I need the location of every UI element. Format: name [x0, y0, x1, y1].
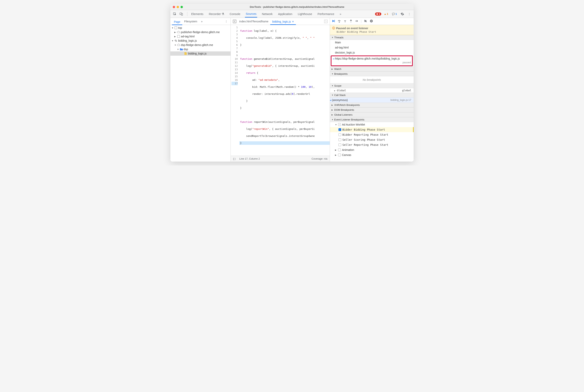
inspect-element-icon[interactable]: [172, 11, 177, 17]
nav-menu-icon[interactable]: ⋮: [223, 19, 229, 24]
section-threads[interactable]: ▼Threads: [330, 35, 414, 40]
editor-statusbar: { } Line 17, Column 2 Coverage: n/a: [231, 156, 330, 162]
folder-icon: [180, 48, 183, 51]
tree-adtag[interactable]: ▶ad-tag.html: [170, 34, 230, 38]
tab-sources[interactable]: Sources: [245, 10, 257, 18]
svg-point-11: [355, 21, 356, 22]
thread-highlighted[interactable]: ➔https://dsp-fledge-demo.glitch.me/dsp/b…: [331, 56, 413, 66]
cursor-position: Line 17, Column 2: [239, 157, 260, 160]
error-badge[interactable]: ⊗1: [375, 12, 381, 16]
nav-more-icon[interactable]: »: [199, 19, 205, 24]
evbp-canvas[interactable]: ▶Canvas: [330, 152, 414, 158]
tab-history-forward-icon[interactable]: [323, 19, 329, 24]
tab-lighthouse[interactable]: Lighthouse: [297, 10, 313, 17]
minimize-window-button[interactable]: [177, 6, 179, 8]
section-dom[interactable]: ▶DOM Breakpoints: [330, 108, 414, 112]
more-menu-icon[interactable]: ⋮: [407, 11, 412, 17]
checkbox-icon[interactable]: [339, 138, 341, 141]
current-arrow-icon: ➔: [330, 99, 331, 102]
tree-top[interactable]: ▼top: [170, 26, 230, 30]
nav-tab-page[interactable]: Page: [172, 19, 182, 25]
warning-badge[interactable]: ▲1: [383, 12, 390, 16]
svg-rect-7: [334, 20, 335, 22]
step-icon[interactable]: [355, 20, 358, 23]
gear-icon: [174, 39, 177, 42]
section-scope[interactable]: ▼Scope: [330, 83, 414, 88]
svg-rect-14: [372, 20, 372, 22]
tab-performance[interactable]: Performance: [317, 10, 335, 17]
js-file-icon: [184, 52, 187, 55]
tree-dsp-folder[interactable]: ▼dsp: [170, 47, 230, 52]
editor-tabs: index.html?fencedframe bidding_logic.js✕: [231, 18, 330, 25]
evbp-bidder-reporting[interactable]: Bidder Reporting Phase Start: [330, 132, 414, 137]
editor-tab-bidding[interactable]: bidding_logic.js✕: [270, 19, 296, 25]
evbp-seller-reporting[interactable]: Seller Reporting Phase Start: [330, 142, 414, 147]
svg-point-12: [370, 20, 373, 22]
resume-icon[interactable]: [332, 20, 335, 23]
section-callstack[interactable]: ▼Call Stack: [330, 93, 414, 98]
frame-icon: [177, 35, 180, 38]
evbp-seller-scoring[interactable]: Seller Scoring Phase Start: [330, 137, 414, 142]
close-tab-icon[interactable]: ✕: [292, 20, 294, 23]
evbp-bidder-bidding[interactable]: ✓Bidder Bidding Phase Start: [330, 127, 414, 132]
checkbox-indeterminate-icon[interactable]: −: [338, 123, 341, 126]
checkbox-icon[interactable]: [338, 154, 341, 156]
svg-rect-6: [324, 20, 327, 23]
current-arrow-icon: ➔: [333, 58, 334, 60]
tab-elements[interactable]: Elements: [190, 10, 204, 17]
nav-tab-filesystem[interactable]: Filesystem: [182, 19, 199, 24]
evbp-animation[interactable]: ▶Animation: [330, 147, 414, 152]
section-breakpoints[interactable]: ▼Breakpoints: [330, 72, 414, 76]
tab-recorder[interactable]: Recorder ⚗: [208, 10, 225, 17]
settings-icon[interactable]: [400, 11, 405, 17]
close-window-button[interactable]: [173, 6, 175, 8]
tree-domain-1[interactable]: ▶publisher-fledge-demo.glitch.me: [170, 30, 230, 34]
section-event-listener-bp[interactable]: ▼Event Listener Breakpoints: [330, 117, 414, 122]
more-tabs-icon[interactable]: »: [339, 10, 342, 17]
deactivate-breakpoints-icon[interactable]: [364, 20, 367, 23]
checkbox-icon[interactable]: [339, 144, 341, 146]
section-xhr[interactable]: ▶XHR/fetch Breakpoints: [330, 102, 414, 108]
pause-exceptions-icon[interactable]: [370, 20, 373, 23]
coverage-status: Coverage: n/a: [311, 157, 327, 160]
pretty-print-icon[interactable]: { }: [233, 157, 235, 160]
tree-domain-2[interactable]: ▼dsp-fledge-demo.glitch.me: [170, 43, 230, 47]
thread-main[interactable]: Main: [330, 40, 414, 45]
evbp-ad-auction[interactable]: ▼−Ad Auction Worklet: [330, 122, 414, 127]
paused-banner: ⓘPaused on event listener Bidder Bidding…: [330, 25, 414, 35]
svg-point-10: [351, 22, 351, 22]
step-out-icon[interactable]: [349, 20, 353, 23]
section-watch[interactable]: ▶Watch: [330, 66, 414, 72]
checkbox-icon[interactable]: [339, 133, 341, 136]
message-icon: 💬: [392, 13, 395, 16]
code-editor[interactable]: 1234567891011121314151617 function log(l…: [231, 25, 330, 156]
window-title: DevTools - publisher-fledge-demo.glitch.…: [183, 6, 411, 8]
callstack-frame[interactable]: ➔(anonymous)bidding_logic.js:17: [330, 98, 414, 102]
step-over-icon[interactable]: [338, 20, 341, 23]
scope-global[interactable]: ▶ Globalglobal: [330, 88, 414, 93]
device-toolbar-icon[interactable]: [179, 11, 184, 17]
checkbox-checked-icon[interactable]: ✓: [339, 128, 341, 131]
error-icon: ⊗: [376, 13, 378, 16]
maximize-window-button[interactable]: [180, 6, 183, 8]
traffic-lights: [173, 6, 183, 8]
svg-point-8: [339, 22, 340, 22]
checkbox-icon[interactable]: [338, 148, 341, 151]
svg-rect-2: [181, 14, 183, 15]
svg-rect-13: [371, 20, 371, 22]
thread-decision[interactable]: decision_logic.js: [330, 50, 414, 55]
tree-bidding-file[interactable]: bidding_logic.js: [170, 52, 230, 56]
section-global-listeners[interactable]: ▶Global Listeners: [330, 112, 414, 117]
editor-tab-index[interactable]: index.html?fencedframe: [237, 19, 270, 24]
tree-bidding[interactable]: ▼bidding_logic.js: [170, 38, 230, 43]
thread-adtag[interactable]: ad-tag.html: [330, 45, 414, 50]
line-gutter: 1234567891011121314151617: [231, 25, 239, 156]
cloud-icon: [177, 30, 180, 34]
messages-badge[interactable]: 💬1: [391, 12, 398, 16]
tab-application[interactable]: Application: [277, 10, 293, 17]
tab-console[interactable]: Console: [229, 10, 241, 17]
debugger-sections: ▼Threads Main ad-tag.html decision_logic…: [330, 35, 414, 162]
step-into-icon[interactable]: [344, 20, 347, 23]
tab-history-back-icon[interactable]: [232, 19, 237, 24]
tab-network[interactable]: Network: [261, 10, 273, 17]
